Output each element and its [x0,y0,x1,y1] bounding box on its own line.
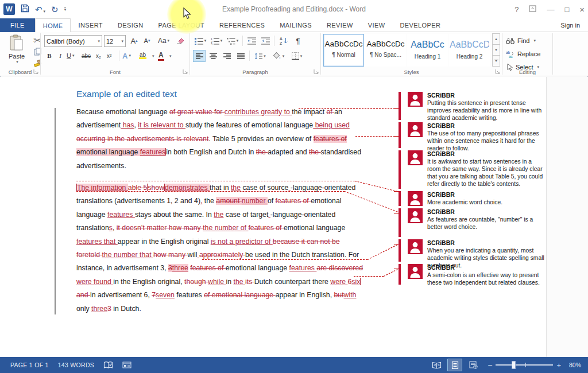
styles-dialog-launcher[interactable] [495,69,501,75]
text-effects-button[interactable]: A▾ [122,50,131,61]
italic-button[interactable]: I [55,50,65,61]
paragraph-dialog-launcher[interactable] [314,69,319,75]
clear-formatting-button[interactable] [175,34,186,47]
text-run: features of [314,135,347,143]
comment-body: SCRiBBRA semi-colon is an effective way … [427,264,546,286]
align-left-button[interactable] [193,50,206,62]
multilevel-list-button[interactable]: ▾ [225,34,240,47]
comment-text: A semi-colon is an effective way to pres… [427,271,546,286]
borders-button[interactable]: ▾ [289,50,305,62]
style-card--normal[interactable]: AaBbCcDc¶ Normal [323,34,364,67]
close-icon[interactable]: × [579,5,585,14]
minimize-icon[interactable]: — [547,5,554,14]
comment[interactable]: SCRiBBRIt is awkward to start two senten… [408,150,546,188]
comment-thread-bar [399,122,401,148]
zoom-in-button[interactable]: + [556,361,561,370]
align-right-button[interactable] [220,50,233,62]
style-card-heading-1[interactable]: AaBbCcHeading 1 [407,34,448,67]
style-card--no-spac-[interactable]: AaBbCcDc¶ No Spac... [365,34,406,67]
web-layout-button[interactable] [466,359,481,371]
tab-references[interactable]: REFERENCES [212,18,272,32]
page-indicator[interactable]: PAGE 1 OF 1 [6,357,53,373]
sort-button[interactable]: AZ [277,34,291,47]
tab-developer[interactable]: DEVELOPER [392,18,448,32]
tab-design[interactable]: DESIGN [110,18,151,32]
highlight-color-button[interactable]: ab [138,50,147,61]
tab-mailings[interactable]: MAILINGS [272,18,319,32]
user-avatar-icon [408,208,423,223]
decrease-indent-button[interactable] [245,34,258,47]
paste-button[interactable]: Paste ▾ [3,34,30,72]
numbering-button[interactable]: 123▾ [209,34,224,47]
highlight-dropdown-icon[interactable]: ▾ [152,54,154,59]
font-size-select[interactable]: 12▾ [104,35,126,47]
zoom-slider-handle[interactable] [512,361,516,369]
shrink-font-button[interactable]: A▾ [141,34,153,47]
replace-button[interactable]: abac Replace [506,48,540,60]
comment[interactable]: SCRiBBRA semi-colon is an effective way … [408,264,546,286]
paste-dropdown[interactable]: ▾ [5,60,30,64]
maximize-icon[interactable]: □ [564,5,569,14]
text-run: the [202,197,216,205]
proofing-status-icon[interactable] [99,357,118,373]
text-run: features of [190,264,226,272]
document-area[interactable]: Example of an edited text Because emotio… [0,77,588,357]
find-button[interactable]: Find▾ [506,35,536,46]
shading-button[interactable]: ▾ [270,50,287,62]
tab-insert[interactable]: INSERT [71,18,110,32]
word-count[interactable]: 143 WORDS [53,357,99,373]
read-mode-button[interactable] [429,359,444,371]
tab-file[interactable]: FILE [0,18,35,32]
comment-body: SCRiBBRIt is awkward to start two senten… [427,150,546,188]
text-run: stays about the same. In [135,211,214,219]
comment-anchor-mark [360,278,361,285]
show-hide-pilcrow-button[interactable]: ¶ [292,34,304,47]
sign-in-link[interactable]: Sign in [560,18,580,32]
superscript-button[interactable]: x² [106,50,112,61]
justify-button[interactable] [234,50,247,62]
styles-more-icon[interactable]: ▼ [492,55,500,67]
comment[interactable]: SCRiBBRMore academic word choice. [408,191,546,206]
status-bar: PAGE 1 OF 1 143 WORDS − + 80% [0,357,588,373]
font-dialog-launcher[interactable] [183,69,188,75]
zoom-out-button[interactable]: − [488,360,492,370]
ribbon-display-options-icon[interactable] [529,5,536,14]
help-icon[interactable]: ? [514,5,519,14]
line-spacing-icon [254,53,262,60]
text-run: because it can not be [273,238,340,246]
bullets-button[interactable]: ▾ [193,34,208,47]
text-run: of [326,108,334,116]
comment[interactable]: SCRiBBRThe use of too many prepositional… [408,122,546,152]
comment[interactable]: SCRiBBRPutting this sentence in present … [408,92,546,122]
text-run: and [76,291,90,299]
document-heading[interactable]: Example of an edited text [76,89,177,99]
comment-connector-line [354,276,384,277]
underline-button[interactable]: U▾ [66,50,75,61]
font-color-dropdown-icon[interactable]: ▾ [169,54,172,59]
font-color-button[interactable]: A [157,50,165,61]
strikethrough-button[interactable]: abc [81,50,91,61]
grow-font-button[interactable]: A▴ [128,34,140,47]
zoom-level[interactable]: 80% [569,362,581,368]
line-spacing-button[interactable]: ▾ [252,50,268,62]
align-center-button[interactable] [207,50,219,62]
tab-home[interactable]: HOME [35,18,71,33]
style-card-heading-2[interactable]: AaBbCcDHeading 2 [449,34,490,67]
clipboard-dialog-launcher[interactable] [33,69,39,75]
bold-button[interactable]: B [44,50,55,61]
comment[interactable]: SCRiBBRAs features are countable, "numbe… [408,208,546,231]
scrollbar-area[interactable] [546,77,588,357]
tab-view[interactable]: VIEW [361,18,393,32]
tab-review[interactable]: REVIEW [319,18,361,32]
change-case-button[interactable]: Aa▾ [155,34,172,47]
zoom-slider[interactable] [496,364,553,366]
styles-scroll-down-icon[interactable]: ▼ [492,44,500,56]
increase-indent-button[interactable] [259,34,272,47]
subscript-button[interactable]: x₂ [95,50,102,61]
macro-record-icon[interactable] [118,357,136,373]
font-name-select[interactable]: Calibri (Body)▾ [44,35,102,47]
paragraph[interactable]: The information able 5showdemonstrates t… [76,181,393,316]
paragraph[interactable]: Because emotional language of great valu… [76,106,393,173]
styles-scroll-up-icon[interactable]: ▲ [492,33,500,45]
print-layout-button[interactable] [447,359,462,371]
